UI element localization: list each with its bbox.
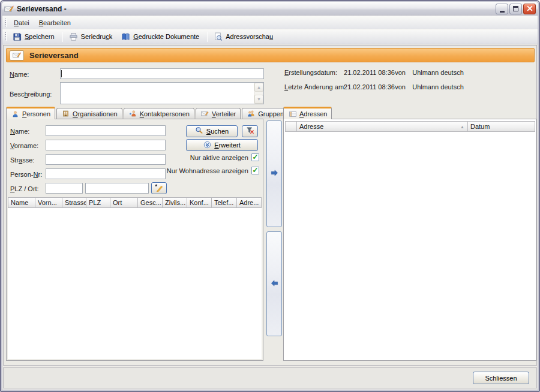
person-table-body[interactable] [8,208,262,359]
search-strasse-input[interactable] [46,154,166,165]
scroll-down-icon[interactable]: ▼ [254,95,263,104]
suchen-label: Suchen [206,128,229,135]
column-label: Adresse [299,123,323,130]
column-header[interactable]: Name [8,197,35,208]
scroll-up-icon[interactable]: ▲ [254,83,263,92]
search-plzort-label: PLZ / Ort: [10,185,39,192]
move-right-button[interactable] [266,120,282,227]
tab-label: Verteiler [212,110,236,117]
seriedruck-button[interactable]: Seriedruck [65,31,118,43]
personen-panel: Name: Vorname: Strasse: Person-Nr: PLZ /… [6,119,263,361]
search-name-label: Name: [10,128,29,135]
right-tab-strip: Adressen [283,107,333,119]
close-button[interactable] [523,4,536,14]
person-table-header: Name Vorn... Strasse PLZ Ort Gesc... Ziv… [8,197,262,208]
adressvorschau-label: Adressvorschau [226,33,273,40]
nur-aktive-checkrow: Nur aktive anzeigen ✓ [190,153,259,161]
maximize-icon [513,6,518,11]
search-vorname-label: Vorname: [10,142,38,149]
column-header[interactable]: Vorn... [35,197,62,208]
column-header[interactable]: Adre... [237,197,262,208]
schliessen-button[interactable]: Schliessen [473,372,529,384]
search-name-input[interactable] [46,125,166,136]
save-icon [13,32,22,41]
arrow-right-icon [270,168,279,179]
column-header[interactable]: Konf... [187,197,212,208]
search-ort-input[interactable] [85,183,149,194]
tab-gruppen[interactable]: Gruppen [242,108,289,119]
column-header-datum[interactable]: Datum [468,121,535,132]
minimize-button[interactable] [496,4,508,14]
sort-asc-icon: ▲ [460,125,464,129]
name-input[interactable] [60,68,264,79]
nur-aktive-label: Nur aktive anzeigen [190,154,248,161]
left-tab-strip: Personen Organisationen [6,107,290,119]
toolbar-separator [207,32,208,42]
suchen-button[interactable]: Suchen [186,125,238,137]
tab-label: Gruppen [258,110,284,117]
tab-organisationen[interactable]: Organisationen [56,108,122,119]
column-header[interactable]: Zivils... [163,197,187,208]
tab-personen[interactable]: Personen [6,107,55,119]
page-header-banner: Serieversand [6,48,535,62]
created-von: von [395,69,410,76]
serieversand-window: Serieversand - Datei Bearbeiten [0,0,540,392]
maximize-button[interactable] [509,4,522,14]
tab-adressen[interactable]: Adressen [283,107,332,119]
footer-bar: Schliessen [3,367,537,388]
move-left-button[interactable] [266,231,282,336]
mail-pencil-icon [200,109,209,118]
created-date: 21.02.2011 08:36 [344,69,393,76]
column-header[interactable]: Gesc... [138,197,163,208]
toolbar-grip[interactable] [5,32,7,41]
column-header-adresse[interactable]: Adresse ▲ [297,121,468,132]
ort-picker-button[interactable] [151,182,167,194]
column-header[interactable]: Strasse [62,197,86,208]
menubar-grip[interactable] [5,19,7,27]
address-table-body[interactable] [285,132,535,359]
book-icon [121,32,130,41]
tab-label: Personen [22,110,50,117]
adressen-panel: Adresse ▲ Datum [283,119,536,361]
nur-aktive-checkbox[interactable]: ✓ [251,153,259,161]
erweitert-button[interactable]: Erweitert [186,139,258,151]
mail-pencil-icon [4,4,14,14]
clear-filter-icon [246,126,254,136]
menu-bearbeiten[interactable]: Bearbeiten [34,17,76,28]
beschreibung-label: Beschreibung: [10,91,52,98]
titlebar[interactable]: Serieversand - [2,2,538,16]
group-icon [247,109,256,118]
speichern-button[interactable]: Speichern [9,31,60,43]
adressvorschau-button[interactable]: Adressvorschau [210,31,278,43]
column-header[interactable]: Telef... [212,197,237,208]
column-header[interactable] [285,121,297,132]
column-header[interactable]: Ort [110,197,138,208]
modified-label: Letzte Änderung am: [284,83,342,91]
search-personnr-label: Person-Nr: [10,171,42,178]
main-content: Serieversand Name: Beschreibung: ▲ ▼ Ers… [3,45,537,366]
modified-row: Letzte Änderung am: 21.02.2011 08:36 von… [284,83,464,91]
column-header[interactable]: PLZ [86,197,110,208]
mail-pencil-icon [10,50,24,61]
pencil-star-icon [155,183,163,193]
beschreibung-textarea[interactable]: ▲ ▼ [60,82,264,104]
gedruckte-dokumente-label: Gedruckte Dokumente [133,33,199,40]
person-icon [11,110,20,119]
erweitert-label: Erweitert [214,141,240,149]
search-icon [195,126,203,136]
beschreibung-scrollbar[interactable]: ▲ ▼ [254,83,263,104]
nur-wohnadresse-checkbox[interactable]: ✓ [251,167,259,174]
chevron-double-down-icon [203,141,211,150]
gedruckte-dokumente-button[interactable]: Gedruckte Dokumente [118,31,205,43]
window-body: Datei Bearbeiten Speichern [2,16,538,390]
clear-filter-button[interactable] [242,125,258,137]
search-plz-input[interactable] [46,183,83,194]
tab-verteiler[interactable]: Verteiler [196,108,241,119]
name-label: Name: [10,71,29,78]
search-personnr-input[interactable] [46,168,166,179]
close-icon [527,5,533,13]
toolbar-separator [62,32,63,42]
tab-kontaktpersonen[interactable]: Kontaktpersonen [124,108,194,119]
search-vorname-input[interactable] [46,140,166,150]
menu-datei[interactable]: Datei [9,17,34,28]
